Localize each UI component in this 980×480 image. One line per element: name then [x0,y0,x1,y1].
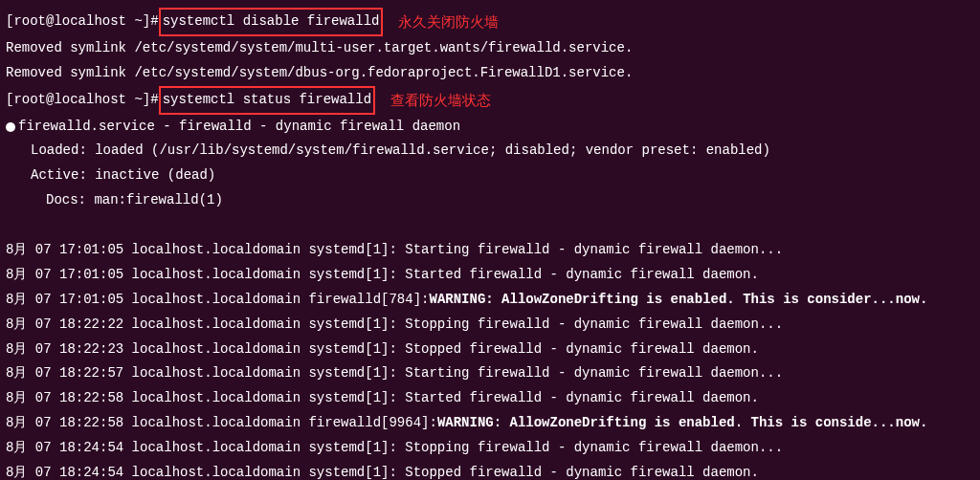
log-text: 8月 07 18:22:23 localhost.localdomain sys… [6,338,759,362]
log-text: 8月 07 18:24:54 localhost.localdomain sys… [6,436,783,461]
terminal-line-command-1[interactable]: [root@localhost ~]# systemctl disable fi… [6,8,974,36]
log-line: 8月 07 17:01:05 localhost.localdomain sys… [6,263,974,288]
shell-prompt: [root@localhost ~]# [6,88,159,113]
log-prefix: 8月 07 17:01:05 localhost.localdomain fir… [6,288,429,313]
status-header-line: firewalld.service - firewalld - dynamic … [6,115,974,140]
output-text: Removed symlink /etc/systemd/system/mult… [6,36,633,61]
loaded-text: Loaded: loaded (/usr/lib/systemd/system/… [31,139,770,164]
status-docs-line: Docs: man:firewalld(1) [6,188,974,213]
annotation-1: 永久关闭防火墙 [398,9,499,35]
log-line: 8月 07 18:22:22 localhost.localdomain sys… [6,313,974,338]
log-text: 8月 07 18:24:54 localhost.localdomain sys… [6,461,759,480]
log-prefix: 8月 07 18:22:58 localhost.localdomain fir… [6,411,437,436]
highlight-box-cmd1: systemctl disable firewalld [159,8,384,36]
log-text: 8月 07 17:01:05 localhost.localdomain sys… [6,238,783,263]
log-line: 8月 07 18:24:54 localhost.localdomain sys… [6,436,974,461]
active-text: Active: inactive (dead) [31,164,215,188]
status-header-text: firewalld.service - firewalld - dynamic … [18,115,460,140]
log-text: 8月 07 18:22:22 localhost.localdomain sys… [6,313,783,338]
log-line: 8月 07 18:24:54 localhost.localdomain sys… [6,461,974,480]
warning-text: WARNING: AllowZoneDrifting is enabled. T… [437,411,927,436]
terminal-output-line: Removed symlink /etc/systemd/system/dbus… [6,61,974,86]
status-bullet-icon [6,122,15,132]
log-line-warning: 8月 07 17:01:05 localhost.localdomain fir… [6,288,974,313]
terminal-output-line: Removed symlink /etc/systemd/system/mult… [6,36,974,61]
output-text: Removed symlink /etc/systemd/system/dbus… [6,61,633,86]
annotation-2: 查看防火墙状态 [390,87,491,114]
terminal-line-command-2[interactable]: [root@localhost ~]# systemctl status fir… [6,86,974,115]
log-line-warning: 8月 07 18:22:58 localhost.localdomain fir… [6,411,974,436]
command-text: systemctl disable firewalld [163,13,380,29]
log-line: 8月 07 18:22:57 localhost.localdomain sys… [6,361,974,386]
shell-prompt: [root@localhost ~]# [6,10,159,34]
status-active-line: Active: inactive (dead) [6,164,974,188]
status-loaded-line: Loaded: loaded (/usr/lib/systemd/system/… [6,139,974,164]
blank-line [6,213,974,238]
highlight-box-cmd2: systemctl status firewalld [159,86,375,115]
log-line: 8月 07 18:22:58 localhost.localdomain sys… [6,386,974,411]
log-line: 8月 07 17:01:05 localhost.localdomain sys… [6,238,974,263]
log-text: 8月 07 18:22:58 localhost.localdomain sys… [6,386,759,411]
warning-text: WARNING: AllowZoneDrifting is enabled. T… [429,288,927,313]
log-text: 8月 07 18:22:57 localhost.localdomain sys… [6,361,783,386]
log-line: 8月 07 18:22:23 localhost.localdomain sys… [6,338,974,362]
command-text: systemctl status firewalld [163,92,371,107]
log-text: 8月 07 17:01:05 localhost.localdomain sys… [6,263,759,288]
docs-text: Docs: man:firewalld(1) [46,188,223,213]
